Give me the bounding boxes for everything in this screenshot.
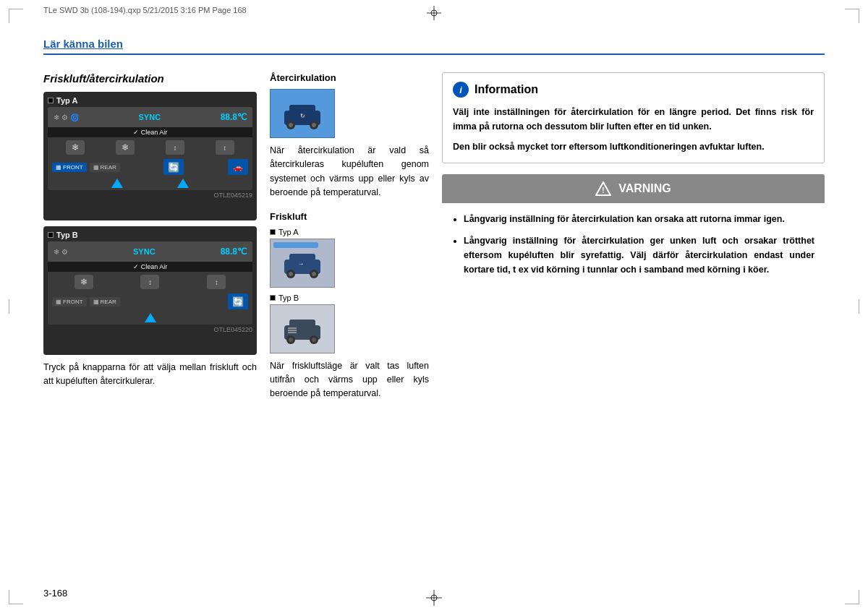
friskluft-typ-b-square <box>270 295 276 301</box>
control-row-b: ❄ ↕ ↕ <box>48 272 252 292</box>
friskluft-typ-b-label: Typ B <box>278 293 299 302</box>
crosshair-top-center <box>427 6 441 20</box>
dash-b-icons: ❄ ⚙ <box>54 248 68 256</box>
ctrl-a4: ↕ <box>216 140 234 155</box>
mid-line-left <box>9 299 9 314</box>
dashboard-b: ❄ ⚙ SYNC 88.8℃ ✓Clean Air ❄ ↕ ↕ <box>48 241 252 325</box>
friskluft-typ-a-label: Typ A <box>278 228 299 236</box>
svg-point-15 <box>312 272 316 276</box>
warning-triangle-icon: ! <box>595 181 611 196</box>
rear-btn-a: ▦ REAR <box>90 163 120 172</box>
panel-b-label: Typ B <box>48 231 252 239</box>
atercirkulation-title: Återcirkulation <box>270 72 429 83</box>
svg-point-8 <box>312 123 316 127</box>
dash-a-top: ❄ ⚙ 🌀 SYNC 88.8℃ <box>48 107 252 127</box>
bottom-btns-a: ▦ FRONT ▦ REAR <box>52 163 120 172</box>
ctrl-a3: ↕ <box>166 140 184 155</box>
dash-a-icons: ❄ ⚙ 🌀 <box>54 113 79 121</box>
otle-a: OTLE045219 <box>48 192 252 199</box>
arrow-b1 <box>145 313 156 322</box>
dashboard-a: ❄ ⚙ 🌀 SYNC 88.8℃ ✓Clean Air ❄ ❄ ↕ ↕ <box>48 107 252 190</box>
info-icon: i <box>453 82 469 98</box>
temp-b-display: 88.8℃ <box>221 247 247 257</box>
bottom-row-a: ▦ FRONT ▦ REAR 🔄 🚗 <box>48 158 252 176</box>
atercirkulation-section: Återcirkulation ↻ N <box>270 72 429 200</box>
clean-air-b: ✓Clean Air <box>48 262 252 272</box>
info-title: Information <box>475 83 538 96</box>
section-bar-line <box>43 53 825 55</box>
front-btn-a: ▦ FRONT <box>52 163 87 172</box>
friskluft-text: När friskluftsläge är valt tas luften ut… <box>270 359 429 401</box>
section-title: Lär känna bilen <box>43 38 123 50</box>
page-number: 3-168 <box>43 588 67 599</box>
circ-btn-b: 🔄 <box>228 293 248 309</box>
svg-point-22 <box>312 338 316 342</box>
car-btn-a: 🚗 <box>228 159 248 175</box>
arrow-a2 <box>177 179 189 188</box>
info-body: Välj inte inställningen för återcirkulat… <box>453 105 814 154</box>
bottom-btns-b: ▦ FRONT ▦ REAR <box>52 297 120 306</box>
middle-column: Återcirkulation ↻ N <box>270 72 429 573</box>
warning-box: ! VARNING Långvarig inställning för åter… <box>442 174 825 286</box>
file-info: TLe SWD 3b (108-194).qxp 5/21/2015 3:16 … <box>43 6 247 14</box>
friskluft-car-icon-a: → <box>281 247 324 279</box>
corner-mark-tr <box>845 9 859 23</box>
clean-air-a: ✓Clean Air <box>48 127 252 137</box>
friskluft-typ-a-label-row: Typ A <box>270 228 429 236</box>
sync-b-label: SYNC <box>133 247 156 256</box>
info-para2: Den blir också mycket torr eftersom luft… <box>453 140 814 154</box>
friskluft-section: Friskluft Typ A → <box>270 211 429 401</box>
rear-btn-b: ▦ REAR <box>90 297 120 306</box>
right-column: i Information Välj inte inställningen fö… <box>442 72 825 573</box>
svg-rect-18 <box>289 320 315 331</box>
mid-line-right <box>859 299 859 314</box>
friskluft-diagram-a: → <box>270 239 335 288</box>
warning-triangle-svg: ! <box>595 181 611 196</box>
section-bar: Lär känna bilen <box>43 38 825 50</box>
ctrl-a1: ❄ <box>66 140 85 155</box>
svg-point-21 <box>289 338 293 342</box>
panel-b-square <box>48 232 54 238</box>
ctrl-a2: ❄ <box>116 140 135 155</box>
atercirkulation-diagram-row: ↻ <box>270 89 429 138</box>
front-btn-b: ▦ FRONT <box>52 297 87 306</box>
svg-point-14 <box>289 272 293 276</box>
info-header: i Information <box>453 82 814 98</box>
panel-a: Typ A ❄ ⚙ 🌀 SYNC 88.8℃ ✓Clean Air ❄ <box>43 92 257 220</box>
friskluft-typ-b-label-row: Typ B <box>270 293 429 302</box>
otle-b: OTLE045220 <box>48 326 252 333</box>
friskluft-title: Friskluft <box>270 211 429 222</box>
warning-body: Långvarig inställning för återcirkulatio… <box>442 203 825 286</box>
panel-a-square <box>48 98 54 103</box>
corner-mark-tl <box>9 9 23 23</box>
friskluft-typ-a-square <box>270 229 276 235</box>
corner-mark-bl <box>9 590 23 604</box>
left-column: Friskluft/återcirkulation Typ A ❄ ⚙ 🌀 SY… <box>43 72 257 573</box>
svg-text:!: ! <box>603 187 605 194</box>
control-row-a: ❄ ❄ ↕ ↕ <box>48 137 252 158</box>
warning-list: Långvarig inställning för återcirkulatio… <box>452 212 814 277</box>
warning-item-1: Långvarig inställning för återcirkulatio… <box>464 212 814 226</box>
circ-btn-a: 🔄 <box>163 159 184 175</box>
arrow-a1 <box>111 179 123 188</box>
friskluft-diagram-b <box>270 304 335 353</box>
sync-a-label: SYNC <box>139 113 161 121</box>
arrows-a <box>48 176 252 190</box>
panel-b: Typ B ❄ ⚙ SYNC 88.8℃ ✓Clean Air ❄ ↕ <box>43 226 257 355</box>
warning-item-2: Långvarig inställning för återcirkulatio… <box>464 233 814 277</box>
info-box: i Information Välj inte inställningen fö… <box>442 72 825 163</box>
arrows-b <box>48 311 252 325</box>
warning-title: VARNING <box>618 182 671 195</box>
bottom-row-b: ▦ FRONT ▦ REAR 🔄 <box>48 292 252 311</box>
svg-text:→: → <box>298 260 305 267</box>
ctrl-b2: ↕ <box>140 275 159 289</box>
ctrl-b1: ❄ <box>75 275 93 289</box>
atercirkulation-text: När återcirkulation är vald så återcirku… <box>270 144 429 200</box>
atercirkulation-diagram-active: ↻ <box>270 89 335 138</box>
panel-a-label: Typ A <box>48 96 252 105</box>
warning-header: ! VARNING <box>442 174 825 203</box>
main-content: Friskluft/återcirkulation Typ A ❄ ⚙ 🌀 SY… <box>43 72 825 573</box>
friskluft-car-icon-b <box>281 312 324 345</box>
dash-b-top: ❄ ⚙ SYNC 88.8℃ <box>48 241 252 262</box>
ctrl-b3: ↕ <box>207 275 226 289</box>
